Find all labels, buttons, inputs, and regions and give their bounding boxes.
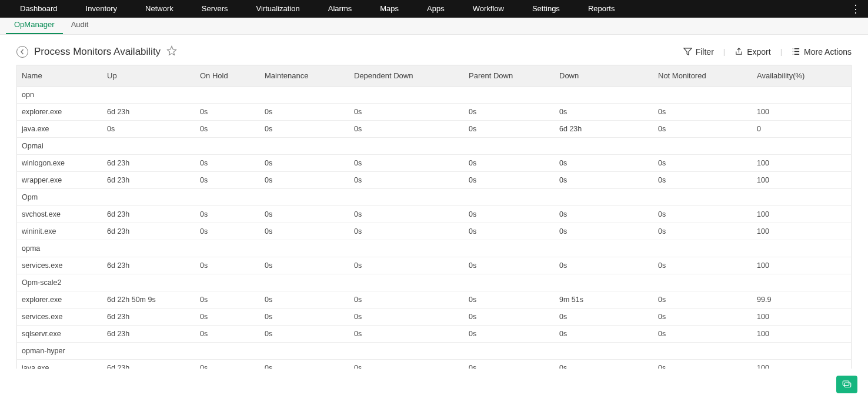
back-button[interactable]	[16, 46, 28, 58]
more-actions-label: More Actions	[804, 47, 852, 57]
table-cell: 0s	[195, 291, 260, 309]
table-group-row[interactable]: Opmai	[17, 138, 851, 155]
topnav-item-workflow[interactable]: Workflow	[459, 0, 518, 18]
table-cell: 0s	[349, 155, 464, 172]
table-cell: 0s	[653, 291, 752, 309]
topnav-item-settings[interactable]: Settings	[518, 0, 574, 18]
col-header[interactable]: Availability(%)	[752, 65, 851, 87]
table-cell: 0s	[260, 223, 349, 240]
topnav-item-maps[interactable]: Maps	[366, 0, 413, 18]
topnav-item-reports[interactable]: Reports	[574, 0, 629, 18]
table-cell: 6d 23h	[102, 172, 195, 189]
table-cell: explorer.exe	[17, 291, 102, 309]
table-cell: 0s	[555, 155, 653, 172]
page-header: Process Monitors Availability Filter | E…	[0, 35, 868, 65]
col-header[interactable]: Dependent Down	[349, 65, 464, 87]
table-cell: 0s	[195, 206, 260, 223]
table-row[interactable]: sqlservr.exe6d 23h0s0s0s0s0s0s100	[17, 326, 851, 343]
table-cell: 0s	[464, 223, 555, 240]
table-cell: 100	[752, 104, 851, 121]
table-cell: 0s	[195, 360, 260, 369]
table-cell: 0s	[349, 326, 464, 343]
table-row[interactable]: explorer.exe6d 22h 50m 9s0s0s0s0s9m 51s0…	[17, 291, 851, 309]
table-cell: 6d 23h	[102, 223, 195, 240]
table-cell: 0s	[102, 121, 195, 138]
more-actions-button[interactable]: More Actions	[792, 47, 852, 57]
table-cell: 0s	[653, 172, 752, 189]
table-cell: 100	[752, 326, 851, 343]
table-cell: 100	[752, 223, 851, 240]
table-row[interactable]: wrapper.exe6d 23h0s0s0s0s0s0s100	[17, 172, 851, 189]
svg-rect-0	[843, 381, 849, 386]
table-row[interactable]: winlogon.exe6d 23h0s0s0s0s0s0s100	[17, 155, 851, 172]
col-header[interactable]: On Hold	[195, 65, 260, 87]
table-cell: 0s	[653, 104, 752, 121]
topnav-item-servers[interactable]: Servers	[188, 0, 242, 18]
chat-fab[interactable]	[836, 376, 857, 393]
group-name: opman-hyper	[17, 343, 851, 360]
table-cell: 0s	[260, 257, 349, 274]
favorite-button[interactable]	[166, 45, 177, 58]
table-cell: 0s	[555, 360, 653, 369]
col-header[interactable]: Down	[555, 65, 653, 87]
table-cell: 0s	[195, 257, 260, 274]
subnav-item-audit[interactable]: Audit	[63, 16, 97, 34]
topnav-item-virtualization[interactable]: Virtualization	[242, 0, 314, 18]
table-group-row[interactable]: opn	[17, 87, 851, 104]
table-cell: 0s	[464, 155, 555, 172]
table-cell: 0s	[653, 206, 752, 223]
table-group-row[interactable]: Opm	[17, 189, 851, 206]
subnav-item-opmanager[interactable]: OpManager	[6, 16, 63, 34]
table-row[interactable]: wininit.exe6d 23h0s0s0s0s0s0s100	[17, 223, 851, 240]
table-group-row[interactable]: Opm-scale2	[17, 274, 851, 291]
table-row[interactable]: explorer.exe6d 23h0s0s0s0s0s0s100	[17, 104, 851, 121]
table-cell: services.exe	[17, 257, 102, 274]
table-group-row[interactable]: opman-hyper	[17, 343, 851, 360]
table-cell: 0s	[195, 172, 260, 189]
table-cell: 0s	[653, 155, 752, 172]
table-cell: java.exe	[17, 360, 102, 369]
table-cell: 0s	[464, 172, 555, 189]
topnav-item-network[interactable]: Network	[131, 0, 188, 18]
col-header[interactable]: Not Monitored	[653, 65, 752, 87]
table-cell: 6d 23h	[102, 104, 195, 121]
table-cell: 0s	[349, 121, 464, 138]
table-cell: winlogon.exe	[17, 155, 102, 172]
table-row[interactable]: svchost.exe6d 23h0s0s0s0s0s0s100	[17, 206, 851, 223]
table-cell: 0s	[260, 155, 349, 172]
export-button[interactable]: Export	[735, 47, 770, 57]
table-cell: 0s	[349, 104, 464, 121]
table-cell: services.exe	[17, 309, 102, 326]
table-cell: wininit.exe	[17, 223, 102, 240]
svg-rect-1	[844, 383, 851, 387]
table-cell: 0s	[195, 121, 260, 138]
table-row[interactable]: java.exe0s0s0s0s0s6d 23h0s0	[17, 121, 851, 138]
table-cell: 0s	[260, 309, 349, 326]
table-cell: 0s	[349, 291, 464, 309]
table-row[interactable]: java.exe6d 23h0s0s0s0s0s0s100	[17, 360, 851, 369]
col-header[interactable]: Parent Down	[464, 65, 555, 87]
table-cell: 0s	[555, 206, 653, 223]
table-group-row[interactable]: opma	[17, 240, 851, 257]
table-row[interactable]: services.exe6d 23h0s0s0s0s0s0s100	[17, 309, 851, 326]
topnav-item-apps[interactable]: Apps	[413, 0, 459, 18]
table-cell: 0s	[464, 206, 555, 223]
table-cell: 0s	[349, 172, 464, 189]
group-name: opma	[17, 240, 851, 257]
table-cell: 0	[752, 121, 851, 138]
col-header[interactable]: Maintenance	[260, 65, 349, 87]
table-container[interactable]: NameUpOn HoldMaintenanceDependent DownPa…	[16, 65, 852, 369]
kebab-menu-icon[interactable]: ⋮	[850, 1, 861, 16]
export-label: Export	[747, 47, 770, 57]
topnav-item-dashboard[interactable]: Dashboard	[6, 0, 72, 18]
table-cell: 0s	[349, 360, 464, 369]
filter-label: Filter	[696, 47, 714, 57]
topnav-item-inventory[interactable]: Inventory	[72, 0, 131, 18]
topnav-item-alarms[interactable]: Alarms	[314, 0, 366, 18]
col-header[interactable]: Name	[17, 65, 102, 87]
filter-icon	[683, 47, 692, 56]
table-row[interactable]: services.exe6d 23h0s0s0s0s0s0s100	[17, 257, 851, 274]
filter-button[interactable]: Filter	[683, 47, 714, 57]
export-icon	[735, 47, 743, 56]
col-header[interactable]: Up	[102, 65, 195, 87]
